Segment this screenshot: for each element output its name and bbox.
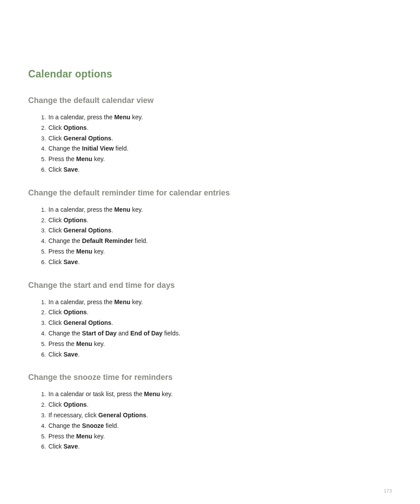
sections-container: Change the default calendar viewIn a cal…	[28, 96, 392, 452]
text: Click	[48, 166, 63, 173]
bold-text: General Options	[63, 319, 111, 326]
text: .	[78, 258, 80, 265]
bold-text: Save	[63, 351, 78, 358]
step-item: Click Options.	[48, 307, 392, 318]
section: Change the snooze time for remindersIn a…	[28, 373, 392, 452]
step-item: Click Options.	[48, 215, 392, 226]
step-item: Click Options.	[48, 123, 392, 133]
text: Click	[48, 351, 63, 358]
bold-text: Menu	[76, 433, 92, 440]
text: .	[111, 227, 113, 234]
bold-text: Save	[63, 166, 78, 173]
text: .	[146, 412, 148, 419]
text: Click	[48, 124, 63, 131]
text: fields.	[162, 330, 180, 337]
text: .	[87, 217, 88, 224]
text: .	[111, 135, 113, 142]
bold-text: Menu	[114, 114, 130, 121]
step-item: In a calendar, press the Menu key.	[48, 205, 392, 215]
text: key.	[92, 340, 105, 347]
text: and	[117, 330, 130, 337]
text: Click	[48, 401, 63, 408]
bold-text: End of Day	[130, 330, 162, 337]
text: Click	[48, 135, 63, 142]
text: In a calendar, press the	[48, 206, 114, 213]
section-heading: Change the snooze time for reminders	[28, 373, 392, 382]
steps-list: In a calendar, press the Menu key.Click …	[28, 112, 392, 175]
page-number: 173	[384, 488, 392, 493]
step-item: If necessary, click General Options.	[48, 410, 392, 421]
bold-text: Options	[63, 124, 87, 131]
bold-text: Options	[63, 217, 87, 224]
section: Change the default reminder time for cal…	[28, 188, 392, 268]
bold-text: Menu	[76, 155, 92, 162]
step-item: Change the Default Reminder field.	[48, 236, 392, 246]
text: Press the	[48, 155, 76, 162]
text: In a calendar, press the	[48, 298, 114, 305]
bold-text: Save	[63, 443, 78, 450]
text: Change the	[48, 145, 82, 152]
text: Click	[48, 258, 63, 265]
bold-text: Options	[63, 401, 87, 408]
bold-text: General Options	[98, 412, 146, 419]
section-heading: Change the start and end time for days	[28, 281, 392, 290]
text: Click	[48, 319, 63, 326]
step-item: Change the Start of Day and End of Day f…	[48, 328, 392, 339]
text: Press the	[48, 248, 76, 255]
text: .	[87, 309, 88, 316]
step-item: Click Save.	[48, 349, 392, 360]
text: .	[87, 124, 88, 131]
text: field.	[104, 422, 118, 429]
step-item: Press the Menu key.	[48, 339, 392, 349]
step-item: In a calendar or task list, press the Me…	[48, 389, 392, 400]
text: Click	[48, 309, 63, 316]
text: .	[78, 166, 80, 173]
step-item: Press the Menu key.	[48, 246, 392, 257]
text: In a calendar or task list, press the	[48, 390, 144, 397]
section-heading: Change the default calendar view	[28, 96, 392, 105]
text: Change the	[48, 237, 82, 244]
bold-text: Menu	[76, 340, 92, 347]
step-item: Click General Options.	[48, 133, 392, 144]
step-item: Press the Menu key.	[48, 431, 392, 442]
bold-text: General Options	[63, 227, 111, 234]
step-item: In a calendar, press the Menu key.	[48, 112, 392, 123]
text: .	[78, 351, 80, 358]
step-item: Click Options.	[48, 400, 392, 410]
text: key.	[92, 155, 105, 162]
bold-text: Default Reminder	[82, 237, 133, 244]
bold-text: Menu	[114, 206, 130, 213]
text: field.	[133, 237, 147, 244]
text: Press the	[48, 340, 76, 347]
text: .	[111, 319, 113, 326]
text: .	[87, 401, 88, 408]
text: Press the	[48, 433, 76, 440]
document-page: Calendar options Change the default cale…	[0, 0, 420, 504]
bold-text: Start of Day	[82, 330, 117, 337]
text: If necessary, click	[48, 412, 98, 419]
text: key.	[92, 248, 105, 255]
bold-text: Options	[63, 309, 87, 316]
text: Change the	[48, 330, 82, 337]
section: Change the default calendar viewIn a cal…	[28, 96, 392, 175]
bold-text: Menu	[114, 298, 130, 305]
text: key.	[160, 390, 173, 397]
bold-text: Menu	[76, 248, 92, 255]
text: key.	[130, 298, 143, 305]
step-item: Click General Options.	[48, 318, 392, 328]
step-item: Change the Initial View field.	[48, 143, 392, 154]
steps-list: In a calendar or task list, press the Me…	[28, 389, 392, 452]
bold-text: Snooze	[82, 422, 104, 429]
text: In a calendar, press the	[48, 114, 114, 121]
text: .	[78, 443, 80, 450]
text: Click	[48, 443, 63, 450]
steps-list: In a calendar, press the Menu key.Click …	[28, 297, 392, 360]
section: Change the start and end time for daysIn…	[28, 281, 392, 360]
section-heading: Change the default reminder time for cal…	[28, 188, 392, 198]
text: key.	[92, 433, 105, 440]
text: key.	[130, 114, 143, 121]
text: field.	[114, 145, 128, 152]
bold-text: Menu	[144, 390, 160, 397]
step-item: Change the Snooze field.	[48, 421, 392, 431]
bold-text: Initial View	[82, 145, 114, 152]
